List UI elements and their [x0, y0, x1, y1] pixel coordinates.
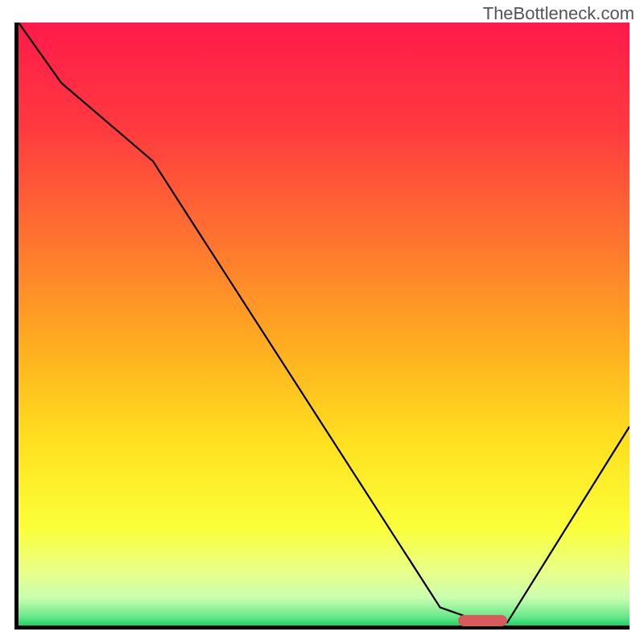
plot-area [14, 23, 630, 630]
optimal-range-marker [458, 615, 507, 626]
bottleneck-curve [19, 23, 630, 625]
chart-container: TheBottleneck.com [0, 0, 644, 644]
watermark-text: TheBottleneck.com [483, 3, 634, 24]
